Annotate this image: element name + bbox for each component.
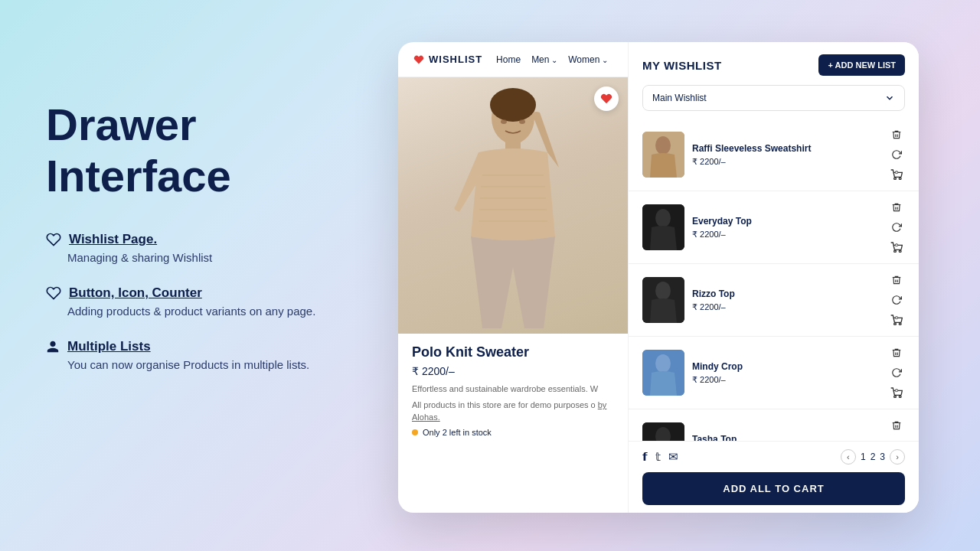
stock-dot-icon bbox=[412, 429, 418, 435]
heart-outline-icon bbox=[46, 232, 61, 247]
delete-icon[interactable] bbox=[888, 199, 905, 216]
social-pagination: 𝗳 𝕥 ✉ ‹ 1 2 3 › bbox=[642, 449, 905, 465]
item-actions bbox=[888, 417, 905, 441]
item-info: Everyday Top ₹ 2200/– bbox=[692, 216, 880, 240]
refresh-icon[interactable] bbox=[888, 364, 905, 381]
item-thumbnail bbox=[642, 422, 684, 441]
page-2[interactable]: 2 bbox=[871, 452, 876, 462]
svg-point-9 bbox=[519, 119, 525, 124]
item-name: Rizzo Top bbox=[692, 289, 880, 299]
item-actions bbox=[888, 126, 905, 183]
stock-badge: Only 2 left in stock bbox=[412, 428, 614, 437]
page-1[interactable]: 1 bbox=[861, 452, 866, 462]
facebook-icon[interactable]: 𝗳 bbox=[642, 450, 648, 464]
product-price: ₹ 2200/– bbox=[412, 365, 614, 377]
product-image-container bbox=[398, 77, 628, 334]
item-price: ₹ 2200/– bbox=[692, 157, 880, 167]
item-price: ₹ 2200/– bbox=[692, 230, 880, 240]
wishlist-selector-text: Main Wishlist bbox=[652, 93, 707, 103]
model-silhouette bbox=[436, 83, 590, 328]
wishlist-item: Tasha Top ₹ 2200/– bbox=[629, 409, 919, 441]
social-icons: 𝗳 𝕥 ✉ bbox=[642, 450, 678, 464]
wishlist-item: Mindy Crop ₹ 2200/– bbox=[629, 337, 919, 409]
svg-point-33 bbox=[894, 396, 897, 398]
item-name: Raffi Sleeveless Sweatshirt bbox=[692, 143, 880, 154]
main-card: WISHLIST Home Men Women bbox=[398, 42, 919, 513]
feature-button-icon: Button, Icon, Counter Adding products & … bbox=[46, 285, 368, 318]
wishlist-header: MY WISHLIST + ADD NEW LIST bbox=[629, 42, 919, 85]
refresh-icon[interactable] bbox=[888, 219, 905, 236]
refresh-icon[interactable] bbox=[888, 292, 905, 308]
svg-point-1 bbox=[490, 88, 536, 122]
email-icon[interactable]: ✉ bbox=[668, 450, 678, 464]
wishlist-item: Everyday Top ₹ 2200/– bbox=[629, 191, 919, 264]
heart-filled-icon bbox=[600, 93, 612, 105]
svg-point-32 bbox=[655, 354, 671, 373]
svg-point-27 bbox=[899, 323, 901, 325]
svg-point-18 bbox=[655, 209, 671, 227]
product-image-bg bbox=[398, 77, 628, 334]
delete-icon[interactable] bbox=[888, 344, 905, 361]
add-to-cart-icon[interactable] bbox=[888, 239, 905, 256]
add-to-cart-icon[interactable] bbox=[888, 384, 905, 401]
product-wishlist-btn[interactable] bbox=[594, 86, 619, 111]
feature-multiple-lists: Multiple Lists You can now organise Prod… bbox=[46, 339, 368, 371]
svg-point-25 bbox=[655, 282, 671, 300]
svg-point-26 bbox=[894, 323, 897, 325]
prev-page-button[interactable]: ‹ bbox=[841, 449, 856, 465]
item-actions bbox=[888, 272, 905, 328]
logo-heart-icon bbox=[413, 54, 424, 65]
logo: WISHLIST bbox=[413, 54, 482, 65]
add-all-to-cart-button[interactable]: ADD ALL TO CART bbox=[642, 472, 905, 505]
item-info: Raffi Sleeveless Sweatshirt ₹ 2200/– bbox=[692, 143, 880, 167]
next-page-button[interactable]: › bbox=[890, 449, 905, 465]
refresh-icon[interactable] bbox=[888, 146, 905, 163]
feature-wishlist-page: Wishlist Page. Managing & sharing Wishli… bbox=[46, 232, 368, 264]
page-3[interactable]: 3 bbox=[880, 452, 885, 462]
delete-icon[interactable] bbox=[888, 417, 905, 434]
svg-point-19 bbox=[894, 250, 897, 253]
item-thumbnail bbox=[642, 350, 684, 396]
nav-women[interactable]: Women bbox=[568, 54, 608, 65]
delete-icon[interactable] bbox=[888, 126, 905, 143]
item-info: Mindy Crop ₹ 2200/– bbox=[692, 361, 880, 385]
add-new-list-button[interactable]: + ADD NEW LIST bbox=[818, 54, 905, 76]
item-name: Mindy Crop bbox=[692, 361, 880, 372]
heart-outline-icon-2 bbox=[46, 285, 61, 301]
chevron-down-icon bbox=[884, 93, 895, 103]
twitter-icon[interactable]: 𝕥 bbox=[655, 450, 661, 464]
wishlist-title: MY WISHLIST bbox=[642, 59, 722, 72]
nav-bar: WISHLIST Home Men Women bbox=[398, 42, 628, 77]
person-icon bbox=[46, 339, 60, 354]
delete-icon[interactable] bbox=[888, 272, 905, 289]
item-name: Tasha Top bbox=[692, 434, 880, 442]
item-price: ₹ 2200/– bbox=[692, 302, 880, 312]
item-actions bbox=[888, 344, 905, 401]
hero-title: Drawer Interface bbox=[46, 99, 368, 201]
add-to-cart-icon[interactable] bbox=[888, 166, 905, 183]
product-info: Polo Knit Sweater ₹ 2200/– Effortless an… bbox=[398, 334, 628, 448]
wishlist-selector-dropdown[interactable]: Main Wishlist bbox=[642, 85, 905, 111]
item-name: Everyday Top bbox=[692, 216, 880, 227]
add-to-cart-icon[interactable] bbox=[888, 311, 905, 328]
pagination: ‹ 1 2 3 › bbox=[841, 449, 905, 465]
wishlist-item: Raffi Sleeveless Sweatshirt ₹ 2200/– bbox=[629, 119, 919, 191]
item-thumbnail bbox=[642, 204, 684, 250]
svg-point-13 bbox=[899, 178, 901, 180]
svg-point-11 bbox=[655, 136, 671, 155]
nav-men[interactable]: Men bbox=[531, 54, 557, 65]
item-info: Tasha Top ₹ 2200/– bbox=[692, 434, 880, 442]
item-thumbnail bbox=[642, 277, 684, 323]
svg-point-34 bbox=[899, 396, 901, 398]
item-info: Rizzo Top ₹ 2200/– bbox=[692, 289, 880, 312]
nav-home[interactable]: Home bbox=[496, 54, 521, 65]
product-area: WISHLIST Home Men Women bbox=[398, 42, 628, 513]
product-description: Effortless and sustainable wardrobe esse… bbox=[412, 383, 614, 395]
wishlist-panel: MY WISHLIST + ADD NEW LIST Main Wishlist bbox=[628, 42, 919, 513]
svg-point-8 bbox=[501, 119, 507, 124]
product-note: All products in this store are for demo … bbox=[412, 399, 614, 423]
svg-point-20 bbox=[899, 250, 901, 253]
nav-links: Home Men Women bbox=[496, 54, 608, 65]
left-panel: Drawer Interface Wishlist Page. Managing… bbox=[46, 99, 368, 393]
item-thumbnail bbox=[642, 132, 684, 178]
